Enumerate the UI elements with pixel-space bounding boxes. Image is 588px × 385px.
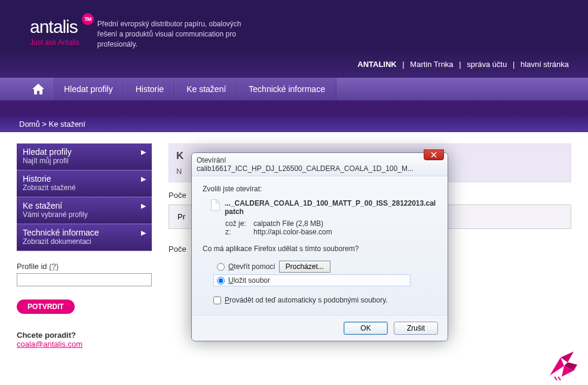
breadcrumb-sep: >	[42, 120, 48, 129]
auto-checkbox[interactable]	[213, 297, 221, 304]
dialog-type-row: což je: calpatch File (2,8 MB)	[225, 219, 437, 228]
nav-tab[interactable]: Historie	[124, 78, 175, 100]
breadcrumb: Domů > Ke stažení	[0, 116, 588, 133]
topnav-brand: ANTALINK	[357, 60, 396, 69]
breadcrumb-home[interactable]: Domů	[19, 120, 40, 129]
logo-slogan: Just ask Antalis	[30, 38, 79, 47]
dialog-footer: OK Zrušit	[192, 315, 448, 341]
chevron-right-icon: ▶	[141, 175, 146, 183]
radio-open[interactable]	[217, 263, 225, 271]
profile-id-help[interactable]: (?)	[49, 262, 59, 271]
dialog-close-button[interactable]	[424, 149, 444, 160]
topnav-sep: |	[402, 60, 406, 69]
dialog-body: Zvolili jste otevírat: ..._CALDERA_COALA…	[192, 176, 448, 315]
radio-save[interactable]	[217, 277, 225, 285]
dialog-file-name: ..._CALDERA_COALA_1D_100_MATT_P_00_ISS_2…	[225, 199, 437, 216]
chevron-right-icon: ▶	[141, 229, 146, 237]
radio-open-label: Otevřít pomocí	[228, 262, 275, 271]
confirm-button[interactable]: POTVRDIT	[17, 300, 75, 314]
auto-checkbox-label: Provádět od teď automaticky s podobnými …	[225, 296, 388, 304]
radio-open-text: tevřít pomocí	[234, 262, 275, 271]
svg-marker-1	[561, 352, 574, 362]
sidebar-item-title: Hledat profily	[23, 147, 146, 157]
sidebar-item-sub: Vámi vybrané profily	[23, 210, 146, 219]
dialog-which-val: calpatch File (2,8 MB)	[253, 219, 323, 228]
help-block: Chcete poradit? coala@antalis.com	[17, 331, 152, 349]
dialog-file-row: ..._CALDERA_COALA_1D_100_MATT_P_00_ISS_2…	[211, 199, 437, 216]
topnav-user[interactable]: Martin Trnka	[410, 60, 453, 69]
topnav-sep: |	[459, 60, 463, 69]
ok-button[interactable]: OK	[344, 322, 388, 335]
radio-save-label: Uložit soubor	[228, 276, 270, 285]
auto-checkbox-row[interactable]: Provádět od teď automaticky s podobnými …	[213, 296, 437, 304]
dialog-titlebar: Otevírání calib16617_ICC_HP_DJ_L26500_CA…	[192, 153, 448, 176]
radio-save-row[interactable]: Uložit soubor	[213, 274, 411, 286]
sidebar-item-sub: Zobrazit dokumentaci	[23, 237, 146, 246]
breadcrumb-current: Ke stažení	[49, 120, 85, 129]
dialog-from-key: z:	[225, 228, 252, 236]
svg-line-4	[555, 377, 557, 380]
help-email-link[interactable]: coala@antalis.com	[17, 340, 82, 349]
dialog-which-key: což je:	[225, 219, 252, 228]
topnav-sep: |	[513, 60, 517, 69]
dialog-from-row: z: http://api.color-base.com	[225, 228, 437, 236]
top-nav: ANTALINK | Martin Trnka | správa účtu | …	[357, 60, 569, 69]
chevron-right-icon: ▶	[141, 202, 146, 210]
logo-text: antalis TM	[30, 17, 79, 37]
topnav-account-link[interactable]: správa účtu	[467, 60, 507, 69]
brand-logo[interactable]: antalis TM Just ask Antalis	[30, 17, 79, 47]
sidebar-item-title: Technické informace	[23, 228, 146, 237]
nav-home-icon[interactable]	[24, 78, 53, 100]
logo-block: antalis TM Just ask Antalis Přední evrop…	[30, 17, 253, 49]
nav-tab[interactable]: Technické informace	[237, 78, 336, 100]
logo-tm-badge: TM	[82, 13, 94, 25]
sidebar-item-search[interactable]: Hledat profily Najít můj profil ▶	[17, 143, 152, 170]
profile-id-label: Profile id (?)	[17, 262, 152, 271]
sidebar-item-sub: Zobrazit stažené	[23, 184, 146, 192]
sidebar-item-download[interactable]: Ke stažení Vámi vybrané profily ▶	[17, 197, 152, 224]
sidebar-item-docs[interactable]: Technické informace Zobrazit dokumentaci…	[17, 224, 152, 251]
sidebar-item-sub: Najít můj profil	[23, 157, 146, 165]
sidebar-item-history[interactable]: Historie Zobrazit stažené ▶	[17, 170, 152, 197]
help-title: Chcete poradit?	[17, 331, 152, 340]
nav-tab[interactable]: Ke stažení	[175, 78, 237, 100]
cancel-button[interactable]: Zrušit	[394, 322, 438, 335]
chevron-right-icon: ▶	[141, 148, 146, 156]
dialog-from-val: http://api.color-base.com	[253, 228, 332, 236]
radio-open-row[interactable]: Otevřít pomocí Procházet...	[213, 259, 437, 274]
topnav-home-link[interactable]: hlavní stránka	[520, 60, 569, 69]
main-nav: Hledat profily Historie Ke stažení Techn…	[0, 78, 588, 100]
profile-id-input[interactable]	[17, 273, 152, 286]
nav-tab[interactable]: Hledat profily	[53, 78, 124, 100]
header-tagline: Přední evropský distributor papíru, obal…	[97, 17, 253, 49]
browse-button[interactable]: Procházet...	[279, 261, 330, 273]
svg-line-5	[558, 377, 561, 380]
nav-spacer	[0, 100, 588, 116]
page-header: antalis TM Just ask Antalis Přední evrop…	[0, 0, 588, 78]
home-icon	[31, 82, 45, 96]
sidebar-item-title: Ke stažení	[23, 201, 146, 210]
sidebar-item-title: Historie	[23, 174, 146, 184]
dialog-question: Co má aplikace Firefox udělat s tímto so…	[203, 245, 437, 253]
download-dialog: Otevírání calib16617_ICC_HP_DJ_L26500_CA…	[191, 152, 448, 341]
dialog-chosen-text: Zvolili jste otevírat:	[203, 185, 437, 193]
svg-marker-0	[550, 358, 564, 375]
box-pr-label: Pr	[177, 212, 185, 221]
dialog-title-text: Otevírání calib16617_ICC_HP_DJ_L26500_CA…	[197, 156, 414, 173]
file-icon	[211, 199, 220, 211]
origami-bird-icon	[544, 346, 580, 381]
sidebar: Hledat profily Najít můj profil ▶ Histor…	[17, 143, 152, 349]
close-icon	[431, 152, 437, 158]
